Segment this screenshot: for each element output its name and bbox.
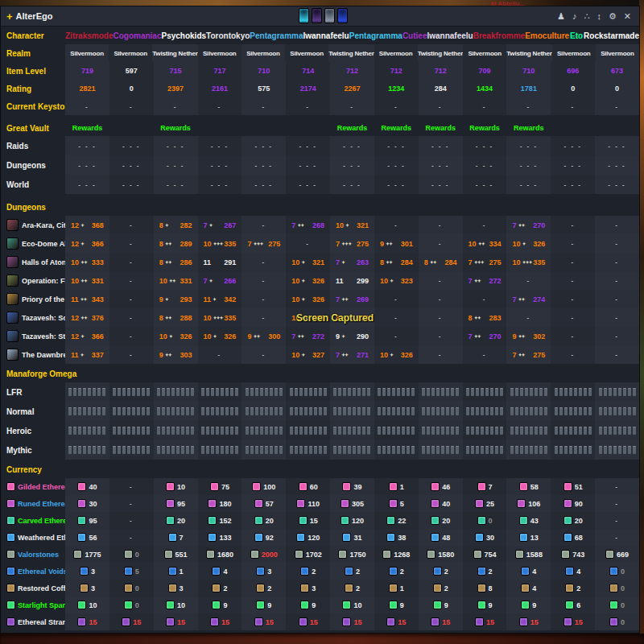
key-level-value: 9 <box>512 332 516 341</box>
cell: 9✦✦302 <box>506 327 551 345</box>
cell: Rewards <box>330 120 374 136</box>
cell: 0 <box>463 512 507 529</box>
key-level: 8✦✦ <box>159 314 171 322</box>
cell: 7✦✦270 <box>463 327 507 345</box>
currency-value: 13 <box>530 534 539 542</box>
character-name-label: Eto <box>570 31 583 40</box>
character-button[interactable]: ♟ <box>557 12 565 21</box>
key-level: 7✦ <box>204 277 213 285</box>
currency-name: Ethereal Strands <box>18 618 65 626</box>
currency-value: 9 <box>267 601 271 609</box>
vault-slot-empty: - - - <box>608 142 625 150</box>
boss-box <box>299 446 303 454</box>
boss-box <box>618 407 621 415</box>
character-name[interactable]: Iwannafeelu <box>427 27 473 44</box>
boss-progress <box>201 446 238 454</box>
row-character: CharacterZitraksmodeCogomaniacPsychokids… <box>1 27 639 44</box>
cell: - - - <box>286 136 330 155</box>
character-name[interactable]: Psychokids <box>161 27 206 44</box>
dungeon-run-empty: - <box>615 258 619 266</box>
settings-button[interactable]: ⚙ <box>609 12 617 21</box>
currency-value: 0 <box>489 517 493 525</box>
group-button[interactable]: ∴ <box>584 12 589 21</box>
cell: - <box>506 97 551 115</box>
currency-icon <box>564 617 572 626</box>
rating-value: 0 <box>615 85 619 93</box>
boss-box <box>113 427 116 435</box>
cell <box>154 440 198 460</box>
cell: Silvermoon <box>198 44 242 62</box>
boss-box <box>290 446 293 454</box>
boss-box <box>569 388 572 396</box>
currency-value: 15 <box>398 618 406 626</box>
key-level-value: 7 <box>204 221 208 229</box>
character-name[interactable]: Cutiee <box>402 27 427 44</box>
close-button[interactable]: ✕ <box>624 12 631 21</box>
cell: 38 <box>374 529 419 546</box>
cell <box>242 120 286 136</box>
currency-icon <box>206 550 215 559</box>
key-upgrade-stars: ✦ <box>213 296 216 302</box>
cell <box>506 421 551 440</box>
boss-box <box>362 388 365 396</box>
banner-teal[interactable] <box>299 8 309 23</box>
cell: 1702 <box>286 546 330 563</box>
banner-dark-claw[interactable] <box>312 8 322 23</box>
boss-box <box>78 407 81 415</box>
character-name[interactable]: Eto <box>569 27 584 44</box>
boss-box <box>221 446 224 454</box>
boss-box <box>628 407 631 415</box>
cell: - <box>198 345 242 364</box>
boss-progress <box>333 407 370 415</box>
boss-box <box>569 427 572 435</box>
boss-box <box>411 388 415 396</box>
banner-gray[interactable] <box>324 8 335 23</box>
character-name[interactable]: Cogomaniac <box>113 27 161 44</box>
key-upgrade-stars: ✦✦ <box>474 315 481 320</box>
boss-box <box>132 427 135 435</box>
character-name[interactable]: Torontokyo <box>206 27 250 44</box>
dungeon-run-empty: - <box>439 351 443 358</box>
boss-box <box>436 427 440 435</box>
boss-box <box>225 388 229 396</box>
boss-box <box>579 446 582 454</box>
cell: 9 <box>419 597 463 613</box>
banner-blue[interactable] <box>337 8 348 23</box>
currency-value: 15 <box>266 618 274 626</box>
sort-button[interactable]: ↕ <box>597 12 601 21</box>
cell: - <box>109 345 154 364</box>
key-upgrade-stars: ✦✦✦ <box>213 241 223 246</box>
vault-slot-empty: - - - <box>476 142 493 150</box>
key-level-value: 12 <box>71 221 79 229</box>
dungeon-run-empty: - <box>130 221 134 229</box>
boss-box <box>290 388 293 396</box>
vault-slot-empty: - - - <box>122 142 140 150</box>
currency-name: Runed Ethereal C... <box>18 500 65 508</box>
boss-box <box>604 446 607 454</box>
cell: 575 <box>242 80 286 97</box>
character-name-label: Pentagramma <box>349 31 402 40</box>
boss-box <box>584 446 587 454</box>
boss-box <box>378 427 381 435</box>
dungeon-run-empty: - <box>306 240 310 247</box>
currency-value: 1588 <box>526 551 543 559</box>
announce-button[interactable]: ♪ <box>572 12 577 21</box>
character-name[interactable]: Breakfromme <box>473 27 525 44</box>
keystone-value: - <box>394 103 398 110</box>
character-name-label: Rockstarmade <box>584 31 639 40</box>
boss-box <box>201 388 204 396</box>
boss-box <box>343 446 346 454</box>
character-name[interactable]: Iwannafeelu <box>303 27 349 44</box>
dungeon-run-empty: - <box>262 277 266 284</box>
character-name[interactable]: Emoculture <box>525 27 569 44</box>
boss-progress <box>246 427 283 435</box>
character-name[interactable]: Zitraksmode <box>65 27 113 44</box>
cell: - - - <box>286 175 330 194</box>
character-name[interactable]: Pentagramma <box>250 27 303 44</box>
cell: 9✦290 <box>330 327 374 345</box>
boss-box <box>304 388 308 396</box>
boss-box <box>206 427 209 435</box>
character-name[interactable]: Pentagramma <box>349 27 402 44</box>
row-currency: Ethereal Strands151515151515151515151515… <box>1 613 639 630</box>
character-name[interactable]: Rockstarmade <box>584 27 639 44</box>
